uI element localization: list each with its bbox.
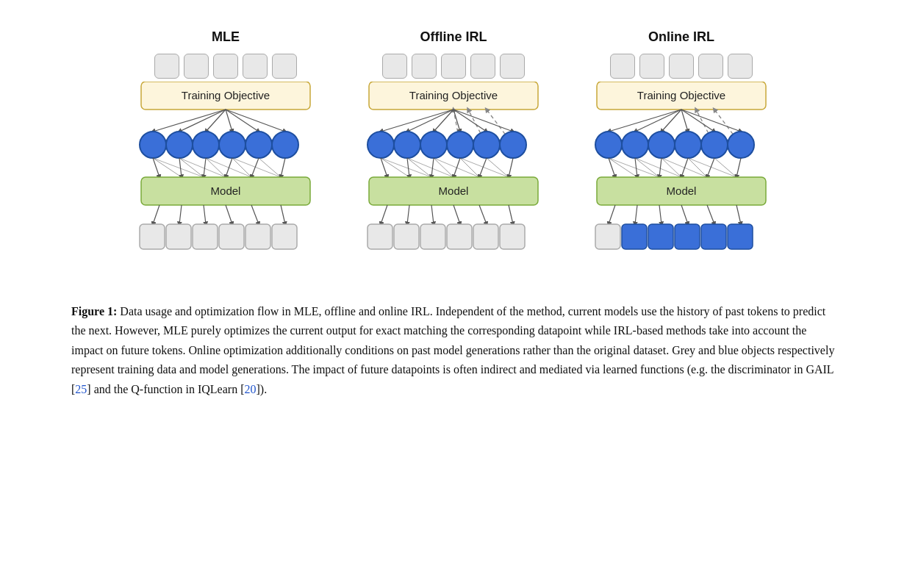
svg-line-79 (431, 205, 434, 224)
svg-line-80 (454, 205, 460, 224)
svg-rect-129 (622, 224, 647, 249)
svg-rect-83 (368, 224, 392, 249)
svg-point-55 (394, 132, 420, 158)
svg-point-99 (595, 132, 622, 158)
svg-rect-87 (473, 224, 498, 249)
svg-rect-39 (193, 224, 218, 249)
svg-line-94 (635, 110, 681, 132)
svg-line-48 (381, 110, 454, 132)
svg-text:Model: Model (439, 184, 469, 197)
mle-column: MLE Training Objective (126, 29, 325, 273)
svg-point-57 (447, 132, 473, 158)
svg-line-81 (479, 205, 487, 224)
svg-point-103 (701, 132, 728, 158)
svg-line-65 (509, 158, 513, 177)
sq (610, 54, 635, 79)
svg-line-21 (153, 158, 204, 177)
svg-point-100 (622, 132, 648, 158)
svg-text:Model: Model (211, 184, 241, 197)
figure-label: Figure 1: (71, 305, 117, 318)
offline-top-squares (382, 54, 525, 79)
svg-line-7 (226, 110, 285, 132)
svg-line-14 (153, 158, 159, 177)
svg-rect-38 (166, 224, 191, 249)
svg-line-25 (206, 158, 251, 177)
svg-line-93 (609, 110, 681, 132)
svg-rect-40 (219, 224, 244, 249)
sq (470, 54, 495, 79)
sq (412, 54, 437, 79)
svg-rect-88 (500, 224, 525, 249)
sq (639, 54, 664, 79)
svg-line-64 (479, 158, 487, 177)
svg-line-36 (281, 205, 285, 224)
svg-line-53 (454, 110, 513, 132)
svg-line-117 (688, 158, 707, 177)
svg-point-12 (245, 132, 272, 158)
svg-rect-42 (272, 224, 297, 249)
svg-line-123 (635, 205, 637, 224)
svg-line-62 (431, 158, 434, 177)
svg-line-126 (707, 205, 714, 224)
sq (382, 54, 407, 79)
svg-rect-131 (675, 224, 700, 249)
mle-top-squares (154, 54, 297, 79)
svg-line-107 (659, 158, 662, 177)
svg-line-28 (259, 158, 281, 177)
offline-irl-column: Offline IRL (354, 29, 553, 273)
svg-point-58 (473, 132, 500, 158)
svg-point-59 (500, 132, 526, 158)
svg-line-19 (281, 158, 285, 177)
svg-line-34 (226, 205, 232, 224)
svg-line-66 (381, 158, 409, 177)
svg-line-115 (662, 158, 681, 177)
svg-point-8 (140, 132, 166, 158)
svg-line-70 (434, 158, 454, 177)
svg-text:Training Objective: Training Objective (409, 89, 498, 101)
sq (728, 54, 753, 79)
sq (500, 54, 525, 79)
svg-line-24 (206, 158, 226, 177)
mle-title: MLE (212, 29, 240, 45)
svg-rect-133 (728, 224, 753, 249)
offline-diagram-svg: Training Objective (365, 82, 542, 273)
svg-point-11 (219, 132, 245, 158)
svg-text:Training Objective: Training Objective (637, 89, 725, 101)
sq (184, 54, 209, 79)
page-container: MLE Training Objective (0, 0, 907, 588)
svg-line-74 (487, 158, 509, 177)
svg-line-61 (407, 158, 409, 177)
svg-line-127 (736, 205, 741, 224)
svg-point-13 (272, 132, 298, 158)
svg-line-6 (226, 110, 259, 132)
svg-rect-85 (420, 224, 445, 249)
sq (243, 54, 268, 79)
cite-20: 20 (244, 383, 256, 395)
mle-diagram-svg: Training Objective (137, 82, 314, 273)
svg-line-31 (153, 205, 159, 224)
figure-caption: Figure 1: Data usage and optimization fl… (71, 302, 836, 399)
svg-rect-37 (140, 224, 165, 249)
svg-line-49 (407, 110, 454, 132)
svg-line-73 (460, 158, 509, 177)
svg-line-71 (434, 158, 479, 177)
svg-line-32 (179, 205, 182, 224)
svg-line-16 (204, 158, 206, 177)
svg-point-9 (166, 132, 193, 158)
svg-line-23 (179, 158, 226, 177)
svg-line-124 (659, 205, 662, 224)
sq (698, 54, 723, 79)
svg-line-77 (381, 205, 387, 224)
svg-rect-86 (447, 224, 472, 249)
diagram-area: MLE Training Objective (44, 29, 863, 273)
svg-rect-130 (648, 224, 673, 249)
svg-point-56 (420, 132, 447, 158)
svg-line-78 (407, 205, 409, 224)
svg-line-82 (509, 205, 513, 224)
sq (213, 54, 238, 79)
svg-line-116 (662, 158, 707, 177)
online-irl-title: Online IRL (648, 29, 714, 45)
svg-line-26 (232, 158, 251, 177)
svg-rect-132 (701, 224, 726, 249)
svg-line-125 (681, 205, 688, 224)
